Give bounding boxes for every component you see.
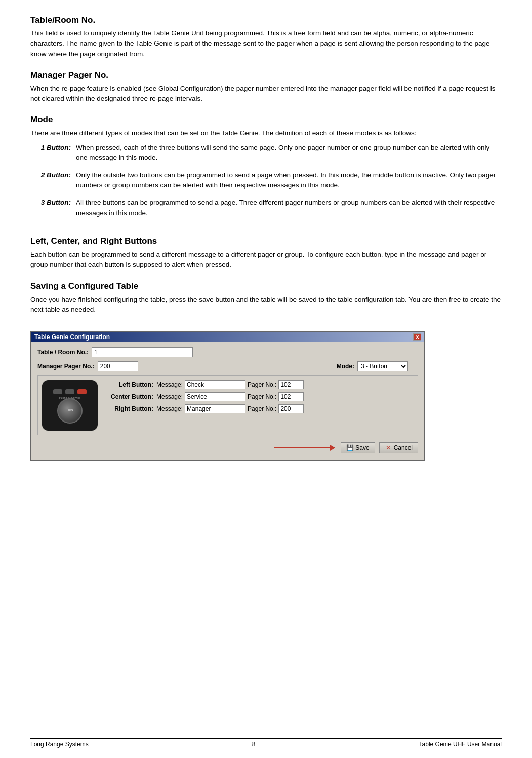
section-title-buttons: Left, Center, and Right Buttons bbox=[30, 236, 502, 246]
right-button-group: Message: Pager No.: bbox=[156, 404, 414, 413]
arrow-line-inner bbox=[274, 447, 335, 448]
mode-desc-2: Only the outside two buttons can be prog… bbox=[76, 170, 502, 191]
right-button-label: Right Button: bbox=[103, 405, 153, 412]
device-btn-left bbox=[53, 389, 62, 394]
form-row-table-room: Table / Room No.: bbox=[37, 347, 418, 357]
right-button-row: Right Button: Message: Pager No.: bbox=[103, 404, 414, 413]
right-pager-label: Pager No.: bbox=[248, 405, 276, 412]
mode-desc-1: When pressed, each of the three buttons … bbox=[76, 143, 502, 163]
mode-group: Mode: 1 - Button 2 - Button 3 - Button bbox=[337, 361, 408, 371]
cancel-button[interactable]: ✕ Cancel bbox=[379, 442, 418, 453]
section-body-manager-pager-no: When the re-page feature is enabled (see… bbox=[30, 83, 502, 104]
section-title-mode: Mode bbox=[30, 115, 502, 125]
cancel-icon: ✕ bbox=[385, 444, 392, 451]
device-circle-text: URS bbox=[67, 409, 73, 412]
device-circle: URS bbox=[57, 398, 83, 424]
table-room-label: Table / Room No.: bbox=[37, 349, 89, 356]
mode-label-2: 2 Button: bbox=[30, 170, 71, 191]
device-btn-right bbox=[77, 389, 87, 394]
center-message-input[interactable] bbox=[185, 392, 245, 401]
right-message-input[interactable] bbox=[185, 404, 245, 413]
section-title-saving: Saving a Configured Table bbox=[30, 281, 502, 291]
section-mode: Mode There are three different types of … bbox=[30, 115, 502, 225]
device-image: Push For Service URS bbox=[42, 380, 98, 431]
button-config-section: Push For Service URS Left Button: Messag… bbox=[37, 375, 418, 435]
center-pager-label: Pager No.: bbox=[248, 393, 276, 400]
save-icon: 💾 bbox=[346, 444, 353, 451]
save-label: Save bbox=[355, 444, 369, 451]
device-btn-center bbox=[65, 389, 74, 394]
dialog-wrapper: Table Genie Configuration ✕ Table / Room… bbox=[30, 331, 502, 461]
dialog-close-button[interactable]: ✕ bbox=[413, 333, 421, 341]
center-button-row: Center Button: Message: Pager No.: bbox=[103, 392, 414, 401]
section-saving: Saving a Configured Table Once you have … bbox=[30, 281, 502, 315]
arrow-line bbox=[37, 447, 337, 448]
center-message-label: Message: bbox=[156, 393, 183, 400]
left-pager-label: Pager No.: bbox=[248, 381, 276, 388]
cancel-label: Cancel bbox=[394, 444, 413, 451]
manager-pager-label: Manager Pager No.: bbox=[37, 363, 95, 370]
footer-center: 8 bbox=[252, 741, 256, 748]
section-title-table-room-no: Table/Room No. bbox=[30, 15, 502, 25]
center-pager-input[interactable] bbox=[278, 392, 304, 401]
section-body-table-room-no: This field is used to uniquely identify … bbox=[30, 28, 502, 59]
mode-item-2-button: 2 Button: Only the outside two buttons c… bbox=[30, 170, 502, 191]
footer: Long Range Systems 8 Table Genie UHF Use… bbox=[30, 738, 502, 748]
device-buttons-row bbox=[53, 389, 87, 394]
section-buttons: Left, Center, and Right Buttons Each but… bbox=[30, 236, 502, 270]
section-intro-mode: There are three different types of modes… bbox=[30, 128, 502, 218]
left-button-group: Message: Pager No.: bbox=[156, 380, 414, 389]
mode-label-3: 3 Button: bbox=[30, 198, 71, 219]
mode-select[interactable]: 1 - Button 2 - Button 3 - Button bbox=[357, 361, 408, 371]
section-body-saving: Once you have finished configuring the t… bbox=[30, 294, 502, 315]
mode-label-1: 1 Button: bbox=[30, 143, 71, 163]
section-manager-pager-no: Manager Pager No. When the re-page featu… bbox=[30, 70, 502, 104]
right-pager-input[interactable] bbox=[278, 404, 304, 413]
dialog-title: Table Genie Configuration bbox=[34, 333, 110, 341]
left-button-label: Left Button: bbox=[103, 381, 153, 388]
dialog-titlebar: Table Genie Configuration ✕ bbox=[31, 332, 424, 342]
footer-left: Long Range Systems bbox=[30, 741, 89, 748]
mode-list: 1 Button: When pressed, each of the thre… bbox=[30, 143, 502, 219]
manager-pager-group: Manager Pager No.: bbox=[37, 361, 138, 371]
mode-field-label: Mode: bbox=[337, 363, 354, 370]
button-config-fields: Left Button: Message: Pager No.: Center … bbox=[103, 380, 414, 431]
mode-desc-3: All three buttons can be programmed to s… bbox=[76, 198, 502, 219]
right-message-label: Message: bbox=[156, 405, 183, 412]
mode-item-3-button: 3 Button: All three buttons can be progr… bbox=[30, 198, 502, 219]
section-body-buttons: Each button can be programmed to send a … bbox=[30, 249, 502, 270]
dialog-actions: 💾 Save ✕ Cancel bbox=[37, 439, 418, 455]
dialog-table-genie-config: Table Genie Configuration ✕ Table / Room… bbox=[30, 331, 425, 461]
left-message-label: Message: bbox=[156, 381, 183, 388]
dialog-content: Table / Room No.: Manager Pager No.: Mod… bbox=[31, 342, 424, 460]
section-table-room-no: Table/Room No. This field is used to uni… bbox=[30, 15, 502, 59]
section-title-manager-pager-no: Manager Pager No. bbox=[30, 70, 502, 80]
footer-right: Table Genie UHF User Manual bbox=[419, 741, 502, 748]
left-pager-input[interactable] bbox=[278, 380, 304, 389]
manager-pager-input[interactable] bbox=[98, 361, 138, 371]
left-button-row: Left Button: Message: Pager No.: bbox=[103, 380, 414, 389]
center-button-label: Center Button: bbox=[103, 393, 153, 400]
center-button-group: Message: Pager No.: bbox=[156, 392, 414, 401]
form-row-manager-mode: Manager Pager No.: Mode: 1 - Button 2 - … bbox=[37, 361, 418, 371]
save-button[interactable]: 💾 Save bbox=[341, 442, 375, 453]
left-message-input[interactable] bbox=[185, 380, 245, 389]
mode-item-1-button: 1 Button: When pressed, each of the thre… bbox=[30, 143, 502, 163]
table-room-input[interactable] bbox=[92, 347, 193, 357]
page: Table/Room No. This field is used to uni… bbox=[0, 0, 532, 758]
